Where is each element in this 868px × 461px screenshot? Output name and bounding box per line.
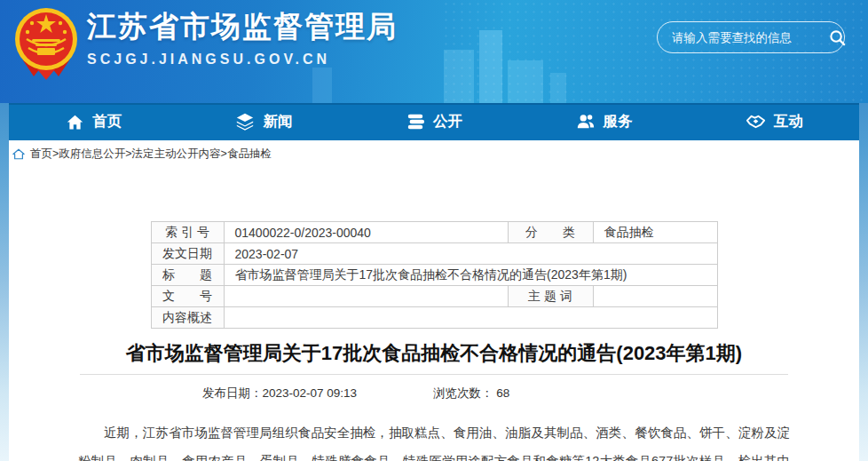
nav-item-public[interactable]: 公开: [349, 103, 519, 140]
doc-number-value: [224, 286, 508, 307]
table-row: 内容概述: [151, 307, 717, 329]
nav-item-interact[interactable]: 互动: [689, 103, 859, 140]
main-nav: 首页 新闻 公开 服务: [9, 103, 859, 140]
building-silhouette: [479, 30, 502, 103]
category-value: 食品抽检: [593, 222, 717, 243]
handshake-icon: [746, 112, 766, 132]
issue-date-label: 发文日期: [151, 243, 224, 265]
nav-item-news[interactable]: 新闻: [179, 103, 350, 140]
table-row: 发文日期 2023-02-07: [151, 243, 717, 265]
table-row: 索 引 号 01400022-0/2023-00040 分 类 食品抽检: [151, 222, 717, 243]
site-url: SCJGJ.JIANGSU.GOV.CN: [87, 52, 398, 68]
article-title: 省市场监督管理局关于17批次食品抽检不合格情况的通告(2023年第1期): [44, 340, 824, 366]
category-label: 分 类: [508, 222, 593, 243]
building-silhouette: [550, 73, 566, 103]
table-row: 文 号 主 题 词: [151, 286, 717, 307]
summary-value: [224, 307, 717, 329]
site-header: 江苏省市场监督管理局 SCJGJ.JIANGSU.GOV.CN: [0, 0, 868, 103]
table-row: 标 题 省市场监督管理局关于17批次食品抽检不合格情况的通告(2023年第1期): [151, 265, 717, 286]
doc-title-label: 标 题: [151, 265, 224, 286]
publish-date-label: 发布日期：: [202, 386, 263, 400]
search-button[interactable]: [829, 29, 846, 46]
article-body-paragraph: 近期，江苏省市场监督管理局组织食品安全抽检，抽取糕点、食用油、油脂及其制品、酒类…: [78, 418, 790, 461]
nav-item-label: 公开: [433, 112, 462, 131]
breadcrumb-home-icon: [12, 148, 25, 160]
books-icon: [406, 112, 425, 131]
people-icon: [576, 112, 596, 131]
breadcrumb: 首页>政府信息公开>法定主动公开内容>食品抽检: [9, 140, 859, 168]
doc-number-label: 文 号: [151, 286, 224, 307]
nav-item-home[interactable]: 首页: [9, 103, 179, 140]
view-count: 浏览次数： 68: [433, 385, 509, 401]
keywords-value: [593, 286, 717, 307]
publish-date-value: 2023-02-07 09:13: [263, 386, 358, 400]
national-emblem-icon: [14, 5, 78, 80]
publish-date: 发布日期：2023-02-07 09:13: [202, 385, 357, 401]
search-box[interactable]: [657, 21, 845, 53]
building-silhouette: [508, 60, 543, 103]
publish-info-row: 发布日期：2023-02-07 09:13 浏览次数： 68: [202, 385, 859, 401]
title-divider: [80, 374, 788, 375]
view-count-value: 68: [496, 386, 509, 400]
summary-label: 内容概述: [151, 307, 224, 329]
issue-date-value: 2023-02-07: [224, 243, 717, 265]
view-count-label: 浏览次数：: [433, 386, 493, 400]
nav-item-services[interactable]: 服务: [519, 103, 690, 140]
breadcrumb-trail[interactable]: 首页>政府信息公开>法定主动公开内容>食品抽检: [30, 147, 272, 162]
content-container: 首页 新闻 公开 服务: [9, 103, 859, 461]
building-silhouette: [444, 50, 474, 103]
nav-item-label: 互动: [774, 112, 803, 131]
site-title: 江苏省市场监督管理局: [87, 9, 398, 44]
nav-item-label: 服务: [604, 112, 633, 131]
site-logo[interactable]: 江苏省市场监督管理局 SCJGJ.JIANGSU.GOV.CN: [14, 5, 398, 80]
document-meta-table: 索 引 号 01400022-0/2023-00040 分 类 食品抽检 发文日…: [151, 221, 718, 329]
keywords-label: 主 题 词: [508, 286, 593, 307]
nav-item-label: 首页: [92, 112, 122, 131]
search-input[interactable]: [672, 31, 829, 44]
news-layers-icon: [235, 112, 255, 131]
nav-item-label: 新闻: [263, 112, 292, 131]
doc-title-value: 省市场监督管理局关于17批次食品抽检不合格情况的通告(2023年第1期): [224, 265, 717, 286]
index-number-label: 索 引 号: [151, 222, 224, 243]
search-icon: [829, 29, 846, 46]
home-icon: [66, 113, 84, 131]
index-number-value: 01400022-0/2023-00040: [224, 222, 508, 243]
